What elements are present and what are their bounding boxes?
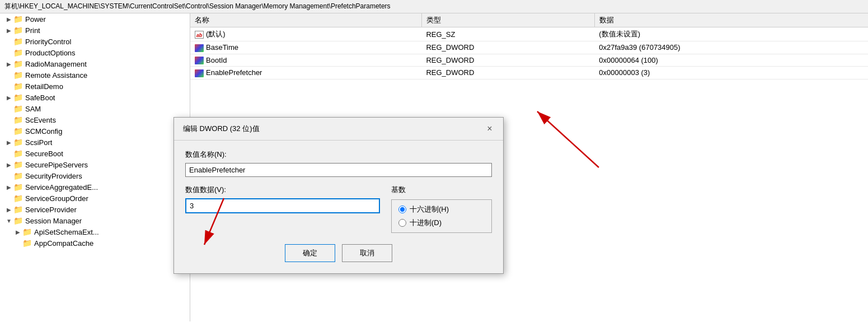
tree-item-sc-events[interactable]: 📁ScEvents <box>0 114 190 125</box>
cell-type-1: REG_DWORD <box>421 41 594 54</box>
dec-radio-label[interactable]: 十进制(D) <box>410 218 442 228</box>
value-label: 数值数据(V): <box>185 185 380 195</box>
tree-arrow-api-set-schema: ▶ <box>13 229 22 235</box>
ok-button[interactable]: 确定 <box>285 244 335 262</box>
tree-arrow-scsi-port: ▶ <box>4 139 13 146</box>
svg-line-1 <box>537 111 599 167</box>
tree-label-safe-boot: SafeBoot <box>25 94 55 102</box>
folder-icon-priority-control: 📁 <box>13 37 23 46</box>
radix-radio-group: 十六进制(H) 十进制(D) <box>391 199 492 233</box>
tree-item-scsi-port[interactable]: ▶📁ScsiPort <box>0 137 190 148</box>
folder-icon-api-set-schema: 📁 <box>22 227 32 236</box>
tree-item-security-providers[interactable]: 📁SecurityProviders <box>0 170 190 181</box>
dialog-close-button[interactable]: × <box>483 122 496 136</box>
hex-radio-label[interactable]: 十六进制(H) <box>410 204 449 214</box>
tree-item-power[interactable]: ▶📁Power <box>0 13 190 25</box>
folder-icon-sc-events: 📁 <box>13 115 23 124</box>
radix-section: 基数 十六进制(H) 十进制(D) <box>391 185 492 233</box>
tree-item-print[interactable]: ▶📁Print <box>0 25 190 36</box>
folder-icon-radio-management: 📁 <box>13 59 23 68</box>
folder-icon-scm-config: 📁 <box>13 127 23 136</box>
folder-icon-secure-pipe-servers: 📁 <box>13 160 23 169</box>
tree-item-product-options[interactable]: 📁ProductOptions <box>0 47 190 58</box>
tree-arrow-print: ▶ <box>4 27 13 34</box>
tree-item-sam[interactable]: 📁SAM <box>0 103 190 114</box>
tree-arrow-service-provider: ▶ <box>4 207 13 213</box>
cell-type-0: REG_SZ <box>421 27 594 41</box>
tree-item-api-set-schema[interactable]: ▶📁ApiSetSchemaExt... <box>0 226 190 237</box>
folder-icon-product-options: 📁 <box>13 48 23 57</box>
tree-item-remote-assistance[interactable]: 📁Remote Assistance <box>0 69 190 81</box>
cell-type-3: REG_DWORD <box>421 67 594 80</box>
cell-data-1: 0x27fa9a39 (670734905) <box>594 41 868 54</box>
breadcrumb: 算机\HKEY_LOCAL_MACHINE\SYSTEM\CurrentCont… <box>0 0 868 13</box>
tree-item-service-group-order[interactable]: 📁ServiceGroupOrder <box>0 193 190 204</box>
folder-icon-retail-demo: 📁 <box>13 82 23 91</box>
folder-icon-security-providers: 📁 <box>13 171 23 180</box>
tree-label-power: Power <box>25 15 46 24</box>
tree-item-safe-boot[interactable]: ▶📁SafeBoot <box>0 92 190 103</box>
cancel-button[interactable]: 取消 <box>342 244 392 262</box>
value-section: 数值数据(V): <box>185 185 380 213</box>
name-label: 数值名称(N): <box>185 150 492 160</box>
tree-label-service-aggregated: ServiceAggregatedE... <box>25 183 98 192</box>
tree-item-priority-control[interactable]: 📁PriorityControl <box>0 36 190 47</box>
folder-icon-scsi-port: 📁 <box>13 138 23 147</box>
edit-dword-dialog: 编辑 DWORD (32 位)值 × 数值名称(N): 数值数据(V): <box>173 117 504 274</box>
folder-icon-session-manager: 📁 <box>13 216 23 225</box>
folder-icon-service-aggregated: 📁 <box>13 183 23 192</box>
dialog-buttons: 确定 取消 <box>185 244 492 262</box>
tree-label-api-set-schema: ApiSetSchemaExt... <box>34 228 99 236</box>
tree-item-service-provider[interactable]: ▶📁ServiceProvider <box>0 204 190 215</box>
dec-radio[interactable] <box>398 219 406 227</box>
tree-label-service-provider: ServiceProvider <box>25 206 77 214</box>
tree-arrow-power: ▶ <box>4 16 13 22</box>
tree-label-scm-config: SCMConfig <box>25 127 62 136</box>
value-input[interactable] <box>185 198 380 213</box>
tree-item-app-compat-cache[interactable]: 📁AppCompatCache <box>0 237 190 249</box>
tree-item-session-manager[interactable]: ▼📁Session Manager <box>0 215 190 226</box>
cell-type-2: REG_DWORD <box>421 54 594 67</box>
tree-label-scsi-port: ScsiPort <box>25 138 52 147</box>
table-row-3[interactable]: EnablePrefetcherREG_DWORD0x00000003 (3) <box>190 67 868 80</box>
folder-icon-service-group-order: 📁 <box>13 194 23 203</box>
col-header-1[interactable]: 类型 <box>421 13 594 27</box>
folder-icon-sam: 📁 <box>13 104 23 113</box>
dialog-title: 编辑 DWORD (32 位)值 <box>183 124 260 134</box>
folder-icon-power: 📁 <box>13 15 23 24</box>
table-row-0[interactable]: ab(默认)REG_SZ(数值未设置) <box>190 27 868 41</box>
cell-name-0: ab(默认) <box>190 27 421 41</box>
tree-arrow-service-aggregated: ▶ <box>4 184 13 190</box>
tree-label-service-group-order: ServiceGroupOrder <box>25 194 88 203</box>
tree-item-radio-management[interactable]: ▶📁RadioManagement <box>0 58 190 69</box>
cell-name-1: BaseTime <box>190 41 421 54</box>
table-row-2[interactable]: BootIdREG_DWORD0x00000064 (100) <box>190 54 868 67</box>
radix-label: 基数 <box>391 185 492 195</box>
hex-radio[interactable] <box>398 206 406 213</box>
tree-label-security-providers: SecurityProviders <box>25 172 82 180</box>
tree-item-scm-config[interactable]: 📁SCMConfig <box>0 125 190 137</box>
dec-radio-item[interactable]: 十进制(D) <box>398 218 485 228</box>
col-header-0[interactable]: 名称 <box>190 13 421 27</box>
registry-tree: ▶📁Power▶📁Print📁PriorityControl📁ProductOp… <box>0 13 190 321</box>
tree-arrow-secure-pipe-servers: ▶ <box>4 162 13 168</box>
col-header-2[interactable]: 数据 <box>594 13 868 27</box>
tree-item-retail-demo[interactable]: 📁RetailDemo <box>0 81 190 92</box>
tree-scroll[interactable]: ▶📁Power▶📁Print📁PriorityControl📁ProductOp… <box>0 13 190 321</box>
tree-item-service-aggregated[interactable]: ▶📁ServiceAggregatedE... <box>0 181 190 193</box>
folder-icon-secure-boot: 📁 <box>13 149 23 158</box>
name-input[interactable] <box>185 163 492 177</box>
tree-arrow-radio-management: ▶ <box>4 61 13 67</box>
table-row-1[interactable]: BaseTimeREG_DWORD0x27fa9a39 (670734905) <box>190 41 868 54</box>
tree-item-secure-pipe-servers[interactable]: ▶📁SecurePipeServers <box>0 159 190 170</box>
tree-item-secure-boot[interactable]: 📁SecureBoot <box>0 148 190 159</box>
cell-data-0: (数值未设置) <box>594 27 868 41</box>
tree-label-session-manager: Session Manager <box>25 217 82 225</box>
hex-radio-item[interactable]: 十六进制(H) <box>398 204 485 214</box>
tree-label-product-options: ProductOptions <box>25 49 76 57</box>
tree-label-print: Print <box>25 26 40 35</box>
dialog-body: 数值名称(N): 数值数据(V): 基数 <box>174 141 503 273</box>
tree-label-sam: SAM <box>25 105 41 113</box>
tree-label-priority-control: PriorityControl <box>25 38 71 46</box>
value-radix-row: 数值数据(V): 基数 十六进制(H) <box>185 185 492 233</box>
